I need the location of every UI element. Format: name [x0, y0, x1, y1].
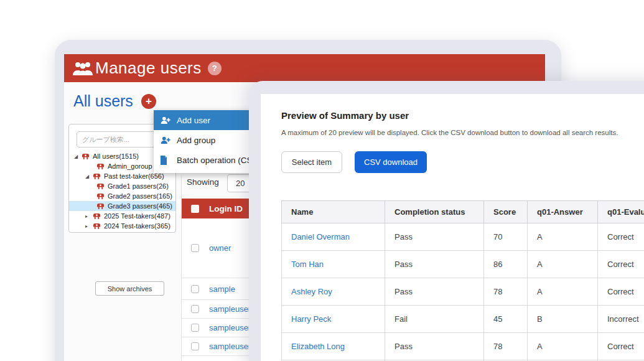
tree-item-2024-test-takers[interactable]: ▸ 2024 Test-takers(365) — [69, 221, 175, 231]
tree-item-grade1-passers[interactable]: Grade1 passers(26) — [69, 181, 175, 191]
group-icon — [96, 193, 105, 200]
add-plus-button[interactable]: + — [141, 94, 156, 109]
row-checkbox[interactable] — [191, 342, 199, 350]
user-name-link[interactable]: Elizabeth Long — [291, 342, 345, 351]
group-icon — [82, 153, 90, 160]
group-icon — [93, 223, 101, 230]
user-name-link[interactable]: Harry Peck — [291, 314, 331, 324]
user-plus-icon — [160, 136, 170, 145]
col-score: Score — [484, 201, 528, 223]
login-id-column-header: Login ID — [209, 204, 243, 213]
table-row: Tom Han Pass 86 A Correct — [282, 251, 644, 278]
preview-subtitle: A maximum of 20 preview will be displaye… — [281, 129, 644, 136]
tree-item-grade3-passers[interactable]: Grade3 passers(465) — [69, 201, 175, 211]
tree-expanded-icon[interactable]: ◢ — [85, 174, 93, 179]
summary-table: Name Completion status Score q01-Answer … — [281, 200, 644, 361]
group-icon — [93, 173, 101, 180]
tree-collapsed-icon[interactable]: ▸ — [85, 223, 93, 229]
group-icon — [96, 163, 105, 170]
login-id-link[interactable]: sampleuser — [209, 323, 251, 332]
table-row: Daniel Overman Pass 70 A Correct — [282, 223, 644, 251]
preview-title: Preview of Summary by user — [281, 110, 644, 121]
user-name-link[interactable]: Tom Han — [291, 260, 324, 269]
table-row: Harry Peck Fail 45 B Incorrect — [282, 306, 644, 333]
help-icon[interactable]: ? — [208, 62, 222, 75]
user-name-link[interactable]: Ashley Roy — [291, 287, 332, 296]
login-id-link[interactable]: sampleuser — [209, 342, 251, 351]
show-archives-button[interactable]: Show archives — [95, 281, 164, 296]
tree-collapsed-icon[interactable]: ▸ — [85, 213, 93, 219]
people-icon — [72, 60, 94, 77]
screen: Manage users ? All users + ◢ All users(1… — [0, 0, 644, 361]
select-item-button[interactable]: Select item — [281, 151, 342, 173]
tree-item-2025-test-takers[interactable]: ▸ 2025 Test-takers(487) — [69, 211, 175, 221]
row-checkbox[interactable] — [191, 324, 199, 332]
all-users-title: All users — [73, 92, 133, 110]
tree-expanded-icon[interactable]: ◢ — [74, 154, 82, 159]
row-checkbox[interactable] — [191, 285, 199, 293]
group-icon — [93, 213, 101, 220]
preview-content: Preview of Summary by user A maximum of … — [261, 94, 644, 361]
login-id-link[interactable]: sampleuser — [209, 304, 251, 314]
csv-download-button[interactable]: CSV download — [355, 151, 427, 173]
col-completion-status: Completion status — [385, 201, 484, 223]
user-plus-icon — [160, 116, 170, 125]
col-q01-evaluation: q01-Evaluation — [598, 201, 644, 223]
file-icon — [160, 156, 170, 165]
row-checkbox[interactable] — [191, 305, 199, 313]
select-all-checkbox[interactable] — [191, 205, 199, 213]
summary-table-header-row: Name Completion status Score q01-Answer … — [282, 201, 644, 223]
user-name-link[interactable]: Daniel Overman — [291, 232, 350, 241]
page-title: Manage users — [95, 59, 202, 78]
col-q01-answer: q01-Answer — [528, 201, 598, 223]
row-checkbox[interactable] — [191, 244, 199, 252]
col-name: Name — [282, 201, 385, 223]
tree-item-grade2-passers[interactable]: Grade2 passers(165) — [69, 191, 175, 201]
preview-window: Preview of Summary by user A maximum of … — [249, 81, 644, 361]
group-icon — [96, 183, 105, 190]
manage-users-header: Manage users ? — [64, 54, 545, 82]
table-row: Ashley Roy Pass 78 A Correct — [282, 278, 644, 306]
login-id-link[interactable]: owner — [209, 243, 231, 253]
login-id-link[interactable]: sample — [209, 284, 235, 294]
table-row: Elizabeth Long Pass 78 A Correct — [282, 333, 644, 360]
group-icon — [96, 203, 105, 210]
